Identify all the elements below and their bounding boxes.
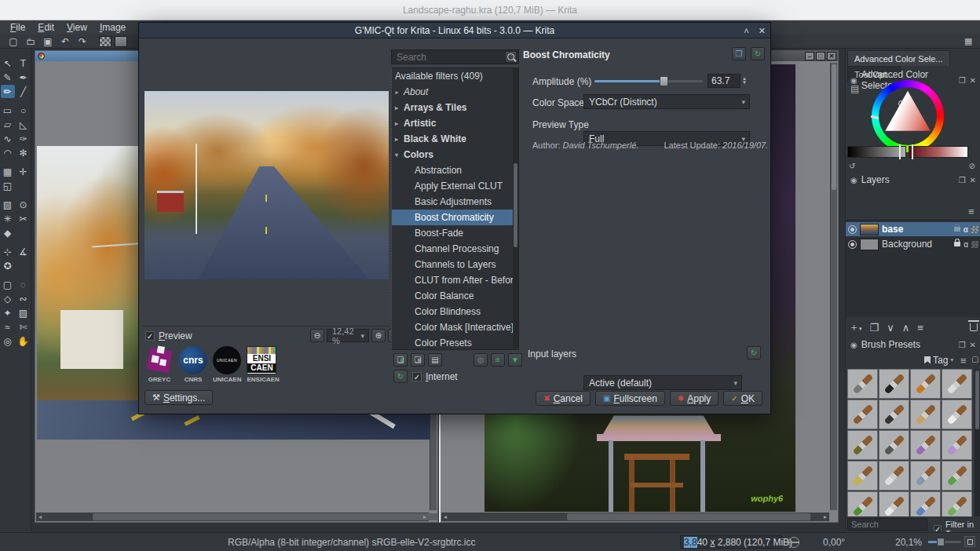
maximize-icon[interactable]: □ [816,52,825,60]
close-icon[interactable]: ✕ [759,26,766,36]
brush-preset-thumbnail[interactable] [879,461,909,491]
tool-smart-patch-icon[interactable]: ✂ [16,212,31,225]
brush-preset-thumbnail[interactable] [910,400,941,429]
tool-color-sampler-icon[interactable]: ⊙ [16,198,31,211]
brush-preset-thumbnail[interactable] [879,430,909,460]
layer-row-background[interactable]: Background α [846,237,980,251]
new-document-icon[interactable]: ▢ [6,35,20,48]
rename-fave-icon[interactable]: ▤ [428,353,442,367]
tool-crop-icon[interactable]: ◱ [1,179,15,192]
close-icon[interactable]: ✕ [970,341,976,349]
tool-rectangle-icon[interactable]: ▭ [1,104,15,117]
shade-icon[interactable]: ˄ [744,26,748,35]
visibility-icon[interactable] [848,240,857,249]
filter-search-input[interactable] [391,49,519,64]
preview-checkbox[interactable]: ✓ Preview [145,330,192,341]
tool-bezier-curve-icon[interactable]: ∿ [1,132,15,145]
expand-all-icon[interactable]: ≡ [491,353,505,367]
zoom-out-icon[interactable]: ⊖ [310,329,324,342]
zoom-level-combo[interactable]: 12,42 %▾ [327,329,369,342]
filter-category-colors[interactable]: ▾Colors [392,147,518,162]
menu-image[interactable]: Image [94,22,131,33]
apply-button[interactable]: ✱Apply [670,391,719,406]
alpha-lock-icon[interactable]: α [964,225,968,234]
tag-button[interactable]: Tag ▾ [924,353,953,367]
brush-view-grid-icon[interactable]: ▢ [971,355,978,363]
collapse-all-icon[interactable]: ▼ [508,353,522,367]
amplitude-slider[interactable] [594,80,703,82]
float-icon[interactable]: ❐ [959,176,966,184]
menu-view[interactable]: View [61,22,93,33]
alpha-inherit-icon[interactable] [971,226,978,233]
add-fave-icon[interactable]: ❏▸ [393,353,408,367]
filter-item-color-blindness[interactable]: Color Blindness [392,304,518,319]
color-wheel[interactable] [872,80,944,152]
open-document-icon[interactable]: 🗀 [24,35,38,48]
copy-command-icon[interactable]: ❐ [732,47,746,60]
reset-filter-icon[interactable]: ↻ [751,47,765,60]
fullscreen-button[interactable]: ▣Fullscreen [595,391,665,406]
brush-preset-thumbnail[interactable] [847,369,878,399]
add-layer-icon[interactable]: ＋▾ [849,320,862,334]
vertical-scrollbar[interactable] [830,63,837,510]
close-icon[interactable]: ✕ [827,52,836,60]
zoom-slider[interactable] [928,541,961,543]
amplitude-spin-arrows[interactable]: ▲▼ [742,74,747,88]
tool-calligraphy-icon[interactable]: ✒ [16,71,31,84]
color-space-combo[interactable]: YCbCr (Distinct)▾ [583,94,750,109]
minimize-icon[interactable]: – [805,52,814,60]
tool-polygon-select-icon[interactable]: ◇ [1,292,15,305]
tool-bezier-select-icon[interactable]: ≈ [1,320,15,334]
tool-text-icon[interactable]: T [16,57,31,70]
value-gradient-bar[interactable] [847,146,906,158]
brush-preset-thumbnail[interactable] [942,369,972,399]
brush-preset-thumbnail[interactable] [847,461,878,491]
horizontal-scrollbar[interactable]: ◂ ▸ [36,513,429,521]
alpha-inherit-icon[interactable] [971,241,978,248]
filter-category-black-white[interactable]: ▸Black & White [392,131,518,147]
brush-preset-thumbnail[interactable] [942,491,972,516]
canvas-rotation-icon[interactable] [788,537,799,548]
tool-fill-icon[interactable]: ◆ [1,226,15,239]
workspace-chooser-icon[interactable]: ▦ [964,36,972,46]
cancel-button[interactable]: ✖Cancel [536,391,591,406]
tool-freehand-select-icon[interactable]: ∾ [16,292,31,305]
zoom-reset-button[interactable] [964,536,975,547]
filter-category-artistic[interactable]: ▸Artistic [392,115,518,131]
internet-checkbox[interactable]: ✓ Internet [412,371,458,382]
brush-preset-thumbnail[interactable] [942,430,972,460]
tool-ellipse-icon[interactable]: ○ [16,104,31,117]
tool-assistants-icon[interactable]: ⊹ [1,245,15,258]
move-layer-down-icon[interactable]: ∨ [887,322,894,334]
tool-reference-images-icon[interactable]: ✪ [1,259,15,272]
layer-row-base[interactable]: base α [846,222,980,236]
brush-preset-thumbnail[interactable] [879,491,909,516]
tool-transform-select-icon[interactable]: ↖ [1,57,15,70]
brush-preset-thumbnail[interactable] [910,491,941,516]
brush-preset-thumbnail[interactable] [910,430,941,460]
filter-item-channels-to-layers[interactable]: Channels to Layers [392,257,518,272]
brush-preset-thumbnail[interactable] [879,369,909,399]
tool-gradient-icon[interactable]: ▧ [1,198,15,211]
delete-layer-icon[interactable] [970,323,978,331]
tool-ellipse-select-icon[interactable]: ◌ [16,278,31,291]
visibility-icon[interactable] [848,225,857,234]
tool-pan-icon[interactable]: ✋ [16,334,31,348]
refresh-filters-icon[interactable]: ↻ [393,370,408,383]
tool-magnetic-select-icon[interactable]: ✄ [16,320,31,334]
remove-fave-icon[interactable]: ❏▸ [411,353,425,367]
tool-pattern-edit-icon[interactable]: ✳ [1,212,15,225]
clear-swatch-icon[interactable]: ⊘ [969,162,975,170]
filter-item-basic-adjustments[interactable]: Basic Adjustments [392,194,518,210]
settings-button[interactable]: ⚒ Settings... [144,390,213,405]
brush-preset-thumbnail[interactable] [879,400,909,429]
tool-polyline-icon[interactable]: ◺ [16,118,31,131]
menu-edit[interactable]: Edit [32,22,60,33]
tool-multibrush-icon[interactable]: ✻ [16,146,31,159]
filter-item-color-mask-interactive-[interactable]: Color Mask [Interactive] [392,319,518,335]
float-icon[interactable]: ❐ [959,76,966,85]
layer-properties-icon[interactable]: ≡ [917,322,923,334]
float-icon[interactable]: ❐ [959,341,966,349]
filter-item-abstraction[interactable]: Abstraction [392,162,518,178]
filter-item-boost-fade[interactable]: Boost-Fade [392,225,518,241]
